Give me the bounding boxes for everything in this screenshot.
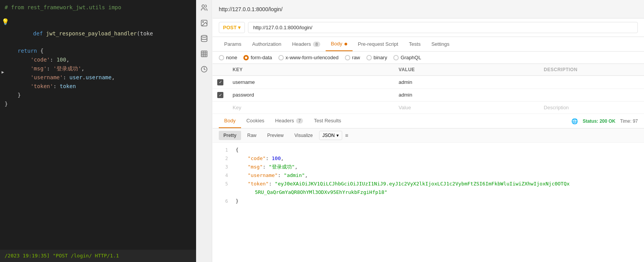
svg-point-2: [202, 22, 203, 23]
response-tab-cookies[interactable]: Cookies: [241, 114, 270, 128]
json-line: 2 "code": 100,: [219, 154, 638, 163]
placeholder-key[interactable]: Key: [228, 102, 394, 114]
code-line: return {: [0, 47, 196, 55]
row-value: admin: [394, 76, 539, 89]
status-text: Status: 200 OK: [582, 118, 615, 124]
json-line: 1 {: [219, 146, 638, 154]
tab-settings[interactable]: Settings: [426, 37, 455, 51]
checkbox-checked[interactable]: ✓: [217, 79, 223, 85]
url-bar: http://127.0.0.1:8000/login/: [213, 0, 644, 18]
svg-point-0: [202, 5, 205, 8]
row-key: password: [228, 88, 394, 102]
radio-binary: [366, 55, 372, 60]
tab-tests[interactable]: Tests: [404, 37, 426, 51]
fmt-preview[interactable]: Preview: [263, 131, 288, 140]
postman-panel: http://127.0.0.1:8000/login/ POST ▾ Para…: [196, 0, 644, 262]
tab-authorization[interactable]: Authorization: [247, 37, 287, 51]
table-placeholder-row: Key Value Description: [213, 102, 644, 114]
image-icon[interactable]: [200, 18, 209, 28]
option-none[interactable]: none: [219, 55, 237, 60]
code-line: 'token': token: [0, 82, 196, 91]
chart-icon[interactable]: [200, 49, 209, 58]
arrow-icon: ▶: [2, 69, 4, 76]
method-select[interactable]: POST ▾: [219, 22, 245, 33]
json-chevron: ▾: [336, 133, 339, 138]
params-table: KEY VALUE DESCRIPTION ✓ username admin ✓: [213, 64, 644, 114]
response-body: Pretty Raw Preview Visualize JSON ▾ ≡ 1 …: [213, 128, 644, 262]
code-line: }: [0, 100, 196, 108]
code-line: 'msg': '登录成功',: [0, 64, 196, 73]
main-content: http://127.0.0.1:8000/login/ POST ▾ Para…: [213, 0, 644, 262]
response-status: 🌐 Status: 200 OK Time: 97: [571, 118, 638, 124]
code-editor: 💡 # from rest_framework_jwt.utils impo ▶…: [0, 0, 196, 262]
placeholder-description: Description: [539, 102, 644, 114]
code-line: [0, 12, 196, 21]
row-description: [539, 76, 644, 89]
row-description: [539, 88, 644, 102]
table-row: ✓ username admin: [213, 76, 644, 89]
code-line: 'code': 100,: [0, 55, 196, 64]
col-check: [213, 64, 228, 76]
globe-icon: 🌐: [571, 118, 578, 124]
code-line: }: [0, 91, 196, 100]
bottom-bar: /2023 19:19:35] "POST /login/ HTTP/1.1: [0, 250, 196, 262]
response-tab-headers[interactable]: Headers 7: [270, 114, 309, 128]
option-raw[interactable]: raw: [345, 55, 360, 60]
fmt-raw[interactable]: Raw: [243, 131, 261, 140]
radio-graphql: [393, 55, 399, 60]
tab-body[interactable]: Body: [326, 37, 353, 51]
col-description: DESCRIPTION: [539, 64, 644, 76]
tab-params[interactable]: Params: [219, 37, 247, 51]
radio-urlencoded: [278, 55, 284, 60]
json-line: 4 "username": "admin",: [219, 171, 638, 180]
time-text: Time: 97: [620, 118, 638, 124]
method-label: POST: [223, 25, 236, 30]
method-chevron: ▾: [238, 25, 241, 30]
request-tabs: Params Authorization Headers 8 Body Pre-…: [213, 37, 644, 52]
bulb-icon: 💡: [2, 17, 9, 27]
option-graphql[interactable]: GraphQL: [393, 55, 421, 60]
checkbox-cell[interactable]: ✓: [213, 76, 228, 89]
table-row: ✓ password admin: [213, 88, 644, 102]
option-urlencoded[interactable]: x-www-form-urlencoded: [278, 55, 339, 60]
response-tab-body[interactable]: Body: [219, 114, 241, 128]
json-line: 6 }: [219, 197, 638, 205]
checkbox-checked[interactable]: ✓: [217, 92, 223, 98]
code-line: ▶ def jwt_response_payload_handler(toke: [0, 21, 196, 47]
option-binary[interactable]: binary: [366, 55, 387, 60]
svg-point-3: [201, 35, 207, 37]
col-value: VALUE: [394, 64, 539, 76]
placeholder-value[interactable]: Value: [394, 102, 539, 114]
url-input[interactable]: [248, 22, 638, 33]
row-value: admin: [394, 88, 539, 102]
response-tabs: Body Cookies Headers 7 Test Results: [219, 114, 346, 128]
history-icon[interactable]: [200, 65, 209, 74]
radio-none: [219, 55, 224, 60]
wrap-icon[interactable]: ≡: [345, 132, 348, 139]
option-form-data[interactable]: form-data: [243, 55, 272, 60]
tab-pre-request[interactable]: Pre-request Script: [353, 37, 404, 51]
request-row: POST ▾: [213, 18, 644, 37]
code-line: 'username': user.username,: [0, 73, 196, 82]
fmt-visualize[interactable]: Visualize: [290, 131, 318, 140]
response-tab-test-results[interactable]: Test Results: [308, 114, 346, 128]
tab-headers[interactable]: Headers 8: [287, 37, 326, 51]
database-icon[interactable]: [200, 34, 209, 43]
svg-rect-4: [201, 51, 207, 57]
code-line: # from rest_framework_jwt.utils impo: [0, 3, 196, 12]
response-tabs-row: Body Cookies Headers 7 Test Results 🌐 St…: [213, 114, 644, 128]
checkbox-cell[interactable]: ✓: [213, 88, 228, 102]
row-key: username: [228, 76, 394, 89]
response-format-row: Pretty Raw Preview Visualize JSON ▾ ≡: [213, 128, 644, 143]
json-format-label: JSON: [323, 133, 335, 138]
json-output: 1 { 2 "code": 100, 3 "msg": "登录成功", 4 "u…: [213, 143, 644, 209]
json-format-select[interactable]: JSON ▾: [319, 131, 342, 140]
people-icon[interactable]: [200, 3, 209, 12]
server-log: /2023 19:19:35] "POST /login/ HTTP/1.1: [5, 252, 119, 260]
fmt-pretty[interactable]: Pretty: [219, 131, 241, 140]
radio-raw: [345, 55, 350, 60]
col-key: KEY: [228, 64, 394, 76]
body-options: none form-data x-www-form-urlencoded raw…: [213, 52, 644, 64]
page-url-title: http://127.0.0.1:8000/login/: [219, 6, 283, 12]
radio-form-data: [243, 55, 249, 60]
